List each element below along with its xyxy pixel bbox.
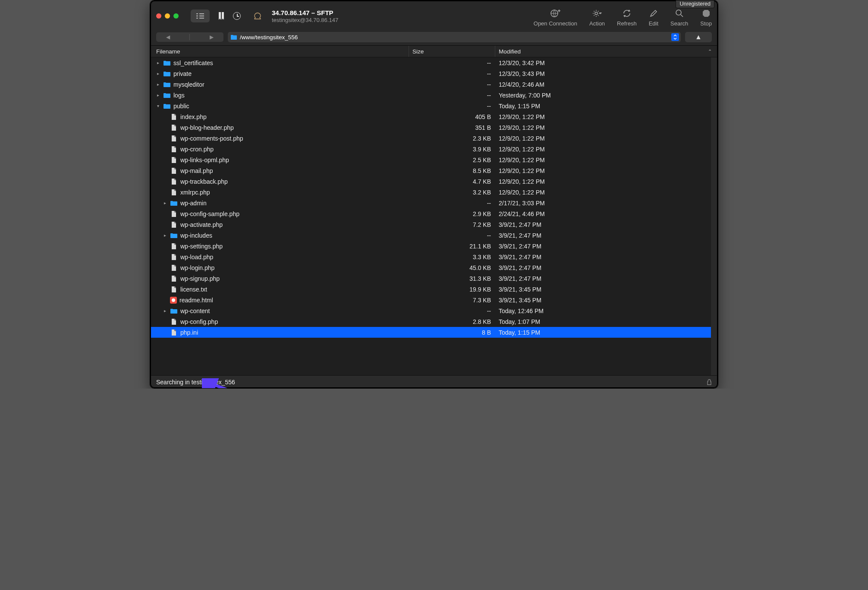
edit-button[interactable]: Edit [649,8,658,27]
file-size: 2.3 KB [409,135,495,142]
file-modified: 12/9/20, 1:22 PM [495,124,718,131]
folder-icon [230,34,237,40]
table-header: Filename Size Modified ⌃ [150,45,718,57]
refresh-button[interactable]: Refresh [617,8,637,27]
file-modified: Today, 1:15 PM [495,103,718,110]
close-window-button[interactable] [156,13,161,19]
file-size: 351 B [409,124,495,131]
table-row[interactable]: readme.html7.3 KB3/9/21, 3:45 PM [150,295,718,305]
table-row[interactable]: php.ini8 BToday, 1:15 PM [150,327,718,338]
table-row[interactable]: wp-blog-header.php351 B12/9/20, 1:22 PM [150,122,718,133]
nav-back-button[interactable]: ◀ [166,34,170,40]
file-name: xmlrpc.php [180,189,210,196]
file-modified: 12/9/20, 1:22 PM [495,189,718,196]
action-menu-button[interactable]: Action [589,8,605,27]
column-header-modified-label: Modified [499,48,521,55]
file-name: wp-cron.php [180,146,214,153]
table-row[interactable]: wp-signup.php31.3 KB3/9/21, 2:47 PM [150,273,718,284]
file-icon [170,178,178,185]
table-row[interactable]: wp-mail.php8.5 KB12/9/20, 1:22 PM [150,165,718,176]
folder-icon [163,81,171,88]
file-name: wp-config-sample.php [180,210,239,217]
zoom-window-button[interactable] [173,13,179,19]
window-subtitle: testingsitex@34.70.86.147 [272,17,338,23]
file-size: -- [409,92,495,99]
column-header-modified[interactable]: Modified ⌃ [495,46,718,57]
column-header-filename[interactable]: Filename [150,46,409,57]
toolbar-toggle-sidebar-button[interactable] [191,9,210,22]
table-row[interactable]: wp-trackback.php4.7 KB12/9/20, 1:22 PM [150,176,718,187]
table-row[interactable]: wp-settings.php21.1 KB3/9/21, 2:47 PM [150,241,718,251]
table-row[interactable]: ▸logs--Yesterday, 7:00 PM [150,90,718,100]
disclosure-triangle-icon[interactable]: ▸ [155,82,160,87]
history-icon[interactable] [233,12,241,20]
window-controls [156,13,179,19]
scrollbar[interactable] [711,57,718,375]
file-icon [170,145,178,153]
pencil-icon [649,8,658,19]
table-row[interactable]: wp-comments-post.php2.3 KB12/9/20, 1:22 … [150,133,718,144]
file-name: wp-activate.php [180,221,223,228]
window-title-group: 34.70.86.147 – SFTP testingsitex@34.70.8… [272,9,338,23]
table-row[interactable]: ▸ssl_certificates--12/3/20, 3:42 PM [150,57,718,68]
titlebar: 34.70.86.147 – SFTP testingsitex@34.70.8… [150,0,718,31]
file-name: public [173,103,189,110]
file-icon [170,242,178,250]
table-row[interactable]: wp-config.php2.8 KBToday, 1:07 PM [150,316,718,327]
minimize-window-button[interactable] [165,13,170,19]
file-modified: 12/9/20, 1:22 PM [495,157,718,163]
stop-button[interactable]: Stop [700,8,712,27]
table-row[interactable]: ▸private--12/3/20, 3:43 PM [150,68,718,79]
column-header-size[interactable]: Size [409,46,495,57]
file-modified: Today, 12:46 PM [495,308,718,314]
disclosure-triangle-icon[interactable]: ▾ [155,104,160,108]
table-row[interactable]: ▸mysqleditor--12/4/20, 2:46 AM [150,79,718,90]
file-modified: 12/3/20, 3:42 PM [495,60,718,66]
file-size: 8.5 KB [409,167,495,174]
folder-icon [163,59,171,67]
disclosure-triangle-icon[interactable]: ▸ [162,308,167,313]
search-button[interactable]: Search [670,8,688,27]
nav-forward-button[interactable]: ▶ [210,34,214,40]
table-row[interactable]: ▸wp-admin--2/17/21, 3:03 PM [150,198,718,208]
table-row[interactable]: ▾public--Today, 1:15 PM [150,100,718,111]
go-up-button[interactable]: ▲ [685,32,712,42]
disclosure-triangle-icon[interactable]: ▸ [155,60,160,65]
file-modified: 12/9/20, 1:22 PM [495,113,718,120]
disclosure-triangle-icon[interactable]: ▸ [155,93,160,97]
file-size: -- [409,232,495,239]
table-body[interactable]: ▸ssl_certificates--12/3/20, 3:42 PM▸priv… [150,57,718,375]
path-field[interactable]: /www/testingsitex_556 [228,32,681,42]
file-name: php.ini [180,329,198,336]
table-row[interactable]: wp-links-opml.php2.5 KB12/9/20, 1:22 PM [150,154,718,165]
folder-icon [170,199,178,207]
file-size: 2.5 KB [409,157,495,163]
file-size: -- [409,200,495,207]
table-row[interactable]: wp-login.php45.0 KB3/9/21, 2:47 PM [150,262,718,273]
svg-point-1 [595,12,598,15]
file-name: wp-config.php [180,318,218,325]
table-row[interactable]: license.txt19.9 KB3/9/21, 3:45 PM [150,284,718,295]
file-icon [170,275,178,282]
bookmarks-icon[interactable] [217,12,225,20]
file-name: readme.html [179,297,213,304]
table-row[interactable]: wp-cron.php3.9 KB12/9/20, 1:22 PM [150,144,718,154]
file-size: -- [409,81,495,88]
table-row[interactable]: index.php405 B12/9/20, 1:22 PM [150,111,718,122]
path-dropdown-button[interactable] [671,33,679,41]
table-row[interactable]: xmlrpc.php3.2 KB12/9/20, 1:22 PM [150,187,718,198]
open-connection-button[interactable]: Open Connection [534,8,577,27]
table-row[interactable]: wp-load.php3.3 KB3/9/21, 2:47 PM [150,251,718,262]
disclosure-triangle-icon[interactable]: ▸ [155,71,160,76]
file-modified: Today, 1:15 PM [495,329,718,336]
unregistered-badge: Unregistered [676,0,714,8]
disclosure-triangle-icon[interactable]: ▸ [162,201,167,205]
table-row[interactable]: wp-activate.php7.2 KB3/9/21, 2:47 PM [150,219,718,230]
folder-icon [163,91,171,99]
disclosure-triangle-icon[interactable]: ▸ [162,233,167,238]
file-size: -- [409,70,495,77]
table-row[interactable]: ▸wp-includes--3/9/21, 2:47 PM [150,230,718,241]
table-row[interactable]: ▸wp-content--Today, 12:46 PM [150,305,718,316]
file-modified: 12/9/20, 1:22 PM [495,135,718,142]
table-row[interactable]: wp-config-sample.php2.9 KB2/24/21, 4:46 … [150,208,718,219]
